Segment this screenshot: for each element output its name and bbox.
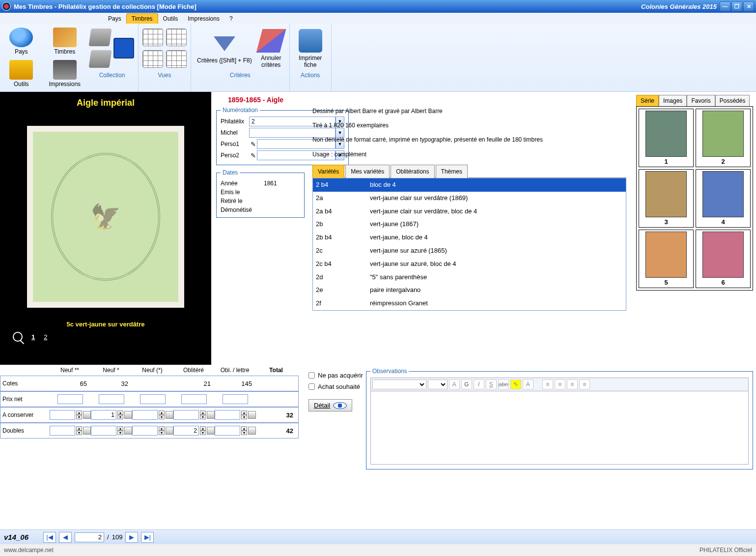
close-button[interactable]: ✕: [743, 1, 754, 11]
conserver-oblitere-input[interactable]: [173, 410, 199, 420]
spin-down[interactable]: ▼: [159, 431, 165, 435]
subtab-varietes[interactable]: Variétés: [312, 165, 344, 178]
align-center-button[interactable]: ≡: [555, 380, 565, 389]
strike-button[interactable]: abe: [498, 380, 509, 389]
menu-help[interactable]: ?: [224, 14, 238, 24]
prixnet-oblitere-input[interactable]: [181, 394, 207, 404]
scan-icon[interactable]: [83, 411, 91, 419]
doubles-neuf1-input[interactable]: [91, 426, 116, 436]
nav-first-button[interactable]: |◀: [43, 532, 56, 543]
font-color-button[interactable]: A: [523, 380, 533, 389]
nav-next-button[interactable]: ▶: [125, 532, 138, 543]
view-grid2-icon[interactable]: [142, 50, 163, 68]
font-family-select[interactable]: [372, 380, 426, 389]
ne-pas-acquerir-checkbox[interactable]: Ne pas acquérir: [308, 372, 363, 379]
thumb-6[interactable]: 6: [696, 230, 751, 288]
stamp-image[interactable]: 🦅: [27, 126, 184, 308]
series-tab-favoris[interactable]: Favoris: [687, 95, 715, 106]
series-tab-images[interactable]: Images: [659, 95, 687, 106]
variety-row[interactable]: 2d"5" sans parenthèse: [313, 271, 626, 284]
spin-down[interactable]: ▼: [200, 415, 206, 419]
imprimer-fiche-button[interactable]: Imprimer fiche: [294, 27, 327, 70]
toolbar-outils[interactable]: Outils: [0, 58, 43, 89]
varieties-list[interactable]: 2 b4bloc de 4 2avert-jaune clair sur ver…: [312, 178, 626, 311]
doubles-oblitere-input[interactable]: [173, 426, 199, 436]
observations-textarea[interactable]: [370, 391, 749, 465]
variety-row[interactable]: 2fréimpression Granet: [313, 297, 626, 310]
conserver-neuf2-input[interactable]: [50, 410, 75, 420]
menu-impressions[interactable]: Impressions: [183, 14, 224, 24]
align-left-button[interactable]: ≡: [542, 380, 553, 389]
underline-button[interactable]: S: [486, 380, 497, 389]
variety-row[interactable]: 2b b4vert-jaune, bloc de 4: [313, 231, 626, 244]
spin-up[interactable]: ▲: [200, 426, 206, 431]
annuler-criteres-button[interactable]: Annuler critères: [257, 27, 285, 70]
spin-down[interactable]: ▼: [117, 415, 123, 419]
scan-icon[interactable]: [124, 427, 132, 435]
font-size-up-button[interactable]: A: [449, 380, 460, 389]
italic-button[interactable]: I: [474, 380, 484, 389]
highlight-button[interactable]: ✎: [510, 380, 521, 389]
spin-up[interactable]: ▲: [159, 410, 165, 415]
conserver-obllettre-input[interactable]: [215, 410, 240, 420]
scan-icon[interactable]: [207, 427, 215, 435]
bold-button[interactable]: G: [461, 380, 472, 389]
prixnet-obllettre-input[interactable]: [223, 394, 248, 404]
thumb-4[interactable]: 4: [696, 169, 751, 228]
save-icon[interactable]: [113, 38, 134, 59]
folder-open-icon[interactable]: [88, 29, 112, 46]
scan-icon[interactable]: [207, 411, 215, 419]
spin-down[interactable]: ▼: [76, 415, 82, 419]
nav-position-input[interactable]: [75, 532, 104, 542]
prixnet-neuf2-input[interactable]: [57, 394, 83, 404]
prixnet-neufp-input[interactable]: [140, 394, 166, 404]
spin-up[interactable]: ▲: [159, 426, 165, 431]
spin-up[interactable]: ▲: [76, 410, 82, 415]
menu-outils[interactable]: Outils: [158, 14, 183, 24]
variety-row[interactable]: 2cvert-jaune sur azuré (1865): [313, 244, 626, 258]
font-size-select[interactable]: [428, 380, 448, 389]
thumb-5[interactable]: 5: [639, 230, 694, 288]
folder-icon[interactable]: [88, 50, 112, 68]
conserver-neuf1-input[interactable]: [91, 410, 116, 420]
view-list-icon[interactable]: [166, 29, 187, 46]
variety-row[interactable]: 2bvert-jaune (1867): [313, 218, 626, 231]
detail-button[interactable]: Détail: [308, 399, 352, 411]
toolbar-impressions[interactable]: Impressions: [44, 58, 86, 89]
nav-last-button[interactable]: ▶|: [141, 532, 154, 543]
thumb-2[interactable]: 2: [696, 109, 751, 167]
series-tab-possedes[interactable]: Possédés: [715, 95, 750, 106]
achat-souhaite-checkbox[interactable]: Achat souhaité: [308, 383, 363, 390]
criteres-button[interactable]: Critères ([Shift] + F8): [195, 31, 254, 66]
variety-row[interactable]: 2avert-jaune clair sur verdâtre (1869): [313, 192, 626, 205]
scan-icon[interactable]: [166, 427, 173, 435]
prixnet-neuf1-input[interactable]: [99, 394, 124, 404]
doubles-neuf2-input[interactable]: [50, 426, 75, 436]
maximize-button[interactable]: ❐: [731, 1, 742, 11]
scan-icon[interactable]: [248, 411, 256, 419]
spin-up[interactable]: ▲: [241, 426, 247, 431]
scan-icon[interactable]: [124, 411, 132, 419]
scan-icon[interactable]: [248, 427, 256, 435]
scan-icon[interactable]: [166, 411, 173, 419]
spin-up[interactable]: ▲: [117, 426, 123, 431]
nav-prev-button[interactable]: ◀: [59, 532, 72, 543]
subtab-obliterations[interactable]: Oblitérations: [391, 165, 434, 178]
spin-up[interactable]: ▲: [76, 426, 82, 431]
spin-down[interactable]: ▼: [241, 415, 247, 419]
stamp-page-1[interactable]: 1: [31, 333, 35, 341]
variety-row[interactable]: 2epaire intergalvano: [313, 284, 626, 297]
spin-down[interactable]: ▼: [76, 431, 82, 435]
thumb-1[interactable]: 1: [639, 109, 694, 167]
menu-timbres[interactable]: Timbres: [126, 13, 158, 24]
variety-row[interactable]: 2 b4bloc de 4: [313, 178, 626, 192]
series-tab-serie[interactable]: Série: [636, 95, 659, 106]
align-right-button[interactable]: ≡: [567, 380, 578, 389]
conserver-neufp-input[interactable]: [132, 410, 158, 420]
spin-up[interactable]: ▲: [241, 410, 247, 415]
subtab-mes-varietes[interactable]: Mes variétés: [345, 165, 390, 178]
scan-icon[interactable]: [83, 427, 91, 435]
doubles-neufp-input[interactable]: [132, 426, 158, 436]
view-grid-icon[interactable]: [142, 29, 163, 46]
spin-up[interactable]: ▲: [117, 410, 123, 415]
